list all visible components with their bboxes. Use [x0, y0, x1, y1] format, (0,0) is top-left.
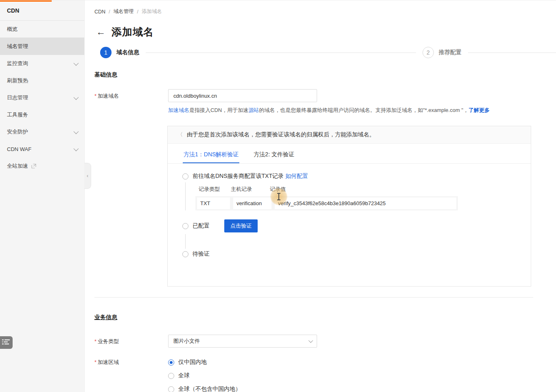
sidebar-item-label: 概览	[7, 26, 18, 33]
col-host-record: 主机记录	[230, 186, 270, 193]
step-2-circle: 2	[422, 47, 434, 58]
back-arrow-icon[interactable]: ←	[96, 27, 105, 37]
sidebar-item-refresh-prefetch[interactable]: 刷新预热	[0, 72, 84, 89]
floating-task-list-button[interactable]	[0, 336, 13, 349]
radio-dns-configure[interactable]	[182, 173, 188, 180]
txt-record-table: 记录类型 主机记录 记录值 TXT verification verify_c3…	[195, 182, 458, 210]
sidebar-collapse-handle[interactable]: ‹	[84, 163, 91, 189]
how-to-configure-link[interactable]: 如何配置	[285, 173, 308, 180]
business-info-heading: 业务信息	[94, 314, 556, 321]
step-connector-line	[146, 53, 416, 53]
breadcrumb: CDN / 域名管理 / 添加域名	[94, 8, 556, 15]
business-type-label: *业务类型	[94, 335, 168, 348]
verification-notice: 由于您是首次添加该域名，您需要验证该域名的归属权后，方能添加域名。	[187, 131, 375, 138]
collapse-chevron-icon: ‹	[87, 173, 88, 179]
breadcrumb-cdn[interactable]: CDN	[94, 9, 105, 15]
breadcrumb-separator: /	[109, 9, 110, 15]
external-link-icon	[31, 164, 36, 169]
sidebar-item-label: 安全防护	[7, 128, 28, 136]
sidebar-item-label: 日志管理	[7, 94, 28, 101]
accel-region-label: *加速区域	[94, 355, 168, 392]
sidebar-item-cdn-waf[interactable]: CDN WAF	[0, 140, 84, 158]
tab-file-verification[interactable]: 方法2: 文件验证	[253, 148, 295, 163]
step-1-label: 域名信息	[116, 49, 139, 56]
domain-term-link[interactable]: 加速域名	[168, 107, 189, 113]
step-connector-line	[468, 53, 556, 53]
page-title: 添加域名	[112, 25, 154, 39]
basic-info-heading: 基础信息	[94, 71, 556, 79]
required-mark: *	[94, 93, 96, 99]
panel-collapse-icon[interactable]: 〈	[177, 131, 183, 138]
tab-dns-verification[interactable]: 方法1：DNS解析验证	[183, 148, 239, 163]
sidebar-item-security[interactable]: 安全防护	[0, 123, 84, 140]
ownership-verification-panel: 〈 由于您是首次添加该域名，您需要验证该域名的归属权后，方能添加域名。 方法1：…	[167, 126, 531, 287]
col-record-value: 记录值	[270, 186, 458, 193]
breadcrumb-current: 添加域名	[142, 8, 162, 15]
region-option-global[interactable]: 全球	[168, 372, 241, 379]
host-record-value: verification	[233, 197, 271, 209]
radio-global[interactable]	[168, 373, 174, 379]
radio-global-excl-mainland[interactable]	[168, 386, 174, 392]
domain-help-text: 加速域名是指接入CDN，用于加速源站的域名，也是您最终暴露给终端用户访问的域名。…	[168, 107, 556, 114]
radio-pending-verify[interactable]	[182, 251, 188, 257]
record-value: verify_c3543f62e58c4b3e1890a6059b723425	[275, 197, 456, 209]
record-type-value: TXT	[197, 197, 230, 209]
verification-tabs: 方法1：DNS解析验证 方法2: 文件验证	[168, 148, 531, 164]
region-option-mainland[interactable]: 仅中国内地	[168, 359, 241, 366]
section-divider	[94, 297, 533, 298]
sidebar-item-monitoring[interactable]: 监控查询	[0, 55, 84, 72]
pending-verify-option[interactable]: 待验证	[182, 250, 521, 258]
origin-term-link[interactable]: 源站	[248, 107, 259, 113]
step-1-circle: 1	[100, 47, 112, 58]
cdn-console-page: CDN 概览 域名管理 监控查询 刷新预热 日志管理 工具服务 安全防护 CDN…	[0, 0, 556, 392]
sidebar-item-label: 工具服务	[7, 111, 28, 118]
configured-option[interactable]: 已配置 点击验证	[182, 219, 521, 232]
required-mark: *	[94, 359, 96, 365]
steps-indicator: 1 域名信息 2 推荐配置	[100, 47, 556, 58]
learn-more-link[interactable]: 了解更多	[468, 107, 490, 113]
chevron-down-icon	[74, 129, 79, 134]
sidebar-item-tools[interactable]: 工具服务	[0, 106, 84, 123]
chevron-down-icon	[309, 338, 313, 343]
business-type-value: 图片小文件	[173, 337, 200, 345]
sidebar-item-label: 刷新预热	[7, 77, 28, 84]
sidebar-item-domain-management[interactable]: 域名管理	[0, 38, 84, 55]
col-record-type: 记录类型	[195, 186, 230, 193]
txt-record-block: 记录类型 主机记录 记录值 TXT verification verify_c3…	[185, 182, 521, 210]
tree-connector-line	[185, 234, 521, 249]
breadcrumb-domain-management[interactable]: 域名管理	[114, 8, 134, 15]
radio-mainland-china[interactable]	[168, 359, 174, 366]
sidebar-title: CDN	[0, 0, 84, 21]
chevron-down-icon	[74, 60, 79, 66]
accel-region-options: 仅中国内地 全球 全球（不包含中国内地）	[168, 355, 241, 392]
top-accent-bar	[0, 0, 52, 2]
sidebar: CDN 概览 域名管理 监控查询 刷新预热 日志管理 工具服务 安全防护 CDN…	[0, 0, 85, 392]
dns-configure-option[interactable]: 前往域名DNS服务商配置该TXT记录 如何配置	[182, 173, 521, 180]
sidebar-item-dcdn[interactable]: 全站加速	[0, 158, 84, 175]
list-icon	[2, 339, 10, 346]
sidebar-item-label: CDN WAF	[7, 146, 31, 152]
sidebar-item-label: 监控查询	[7, 60, 28, 67]
sidebar-item-log-management[interactable]: 日志管理	[0, 89, 84, 106]
txt-record-row: TXT verification verify_c3543f62e58c4b3e…	[195, 196, 458, 210]
radio-configured[interactable]	[182, 223, 188, 229]
click-verify-button[interactable]: 点击验证	[224, 219, 258, 232]
domain-input[interactable]	[168, 89, 317, 102]
sidebar-item-label: 域名管理	[7, 43, 28, 50]
chevron-down-icon	[74, 94, 79, 100]
chevron-down-icon	[74, 146, 79, 151]
main-content: CDN / 域名管理 / 添加域名 ← 添加域名 1 域名信息 2 推荐配置 基…	[85, 0, 556, 392]
sidebar-item-overview[interactable]: 概览	[0, 21, 84, 38]
required-mark: *	[94, 338, 96, 344]
business-type-select[interactable]: 图片小文件	[168, 335, 317, 348]
sidebar-item-label: 全站加速	[7, 162, 28, 170]
breadcrumb-separator: /	[137, 9, 138, 15]
region-option-global-excl-mainland[interactable]: 全球（不包含中国内地）	[168, 385, 241, 392]
step-2-label: 推荐配置	[439, 49, 462, 56]
domain-field-label: *加速域名	[94, 89, 168, 102]
